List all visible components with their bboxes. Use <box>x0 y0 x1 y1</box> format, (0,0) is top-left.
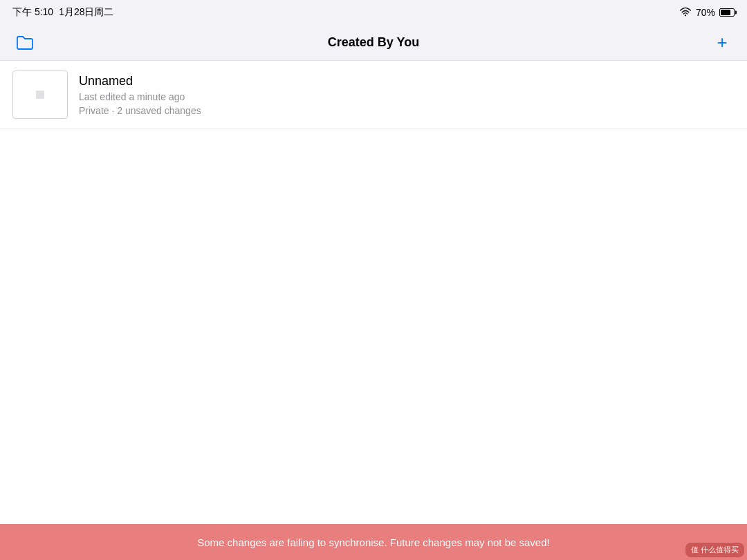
document-thumbnail <box>12 71 68 119</box>
document-status: Private · 2 unsaved changes <box>79 105 201 116</box>
nav-bar: Created By You + <box>0 25 747 61</box>
document-last-edited: Last edited a minute ago <box>79 91 201 102</box>
folder-button[interactable] <box>12 30 37 55</box>
wifi-icon <box>679 7 692 19</box>
watermark-badge: 值 什么值得买 <box>685 543 744 557</box>
nav-title: Created By You <box>328 35 419 50</box>
status-bar-left: 下午 5:10 1月28日周二 <box>12 6 114 19</box>
sync-error-banner: Some changes are failing to synchronise.… <box>0 524 747 560</box>
thumbnail-placeholder <box>36 91 44 99</box>
document-name: Unnamed <box>79 74 201 88</box>
sync-error-message: Some changes are failing to synchronise.… <box>197 536 549 548</box>
status-bar: 下午 5:10 1月28日周二 70% <box>0 0 747 25</box>
battery-icon <box>719 8 735 17</box>
add-button[interactable]: + <box>710 30 735 55</box>
document-item[interactable]: Unnamed Last edited a minute ago Private… <box>0 61 747 129</box>
content-area: Unnamed Last edited a minute ago Private… <box>0 61 747 560</box>
battery-percent-label: 70% <box>696 7 715 18</box>
folder-icon <box>16 35 34 50</box>
watermark-text: 值 什么值得买 <box>691 545 739 555</box>
status-bar-right: 70% <box>679 7 735 19</box>
date-label: 1月28日周二 <box>59 6 113 19</box>
app-container: 下午 5:10 1月28日周二 70% <box>0 0 747 560</box>
document-info: Unnamed Last edited a minute ago Private… <box>79 74 201 116</box>
time-label: 下午 5:10 <box>12 6 53 19</box>
